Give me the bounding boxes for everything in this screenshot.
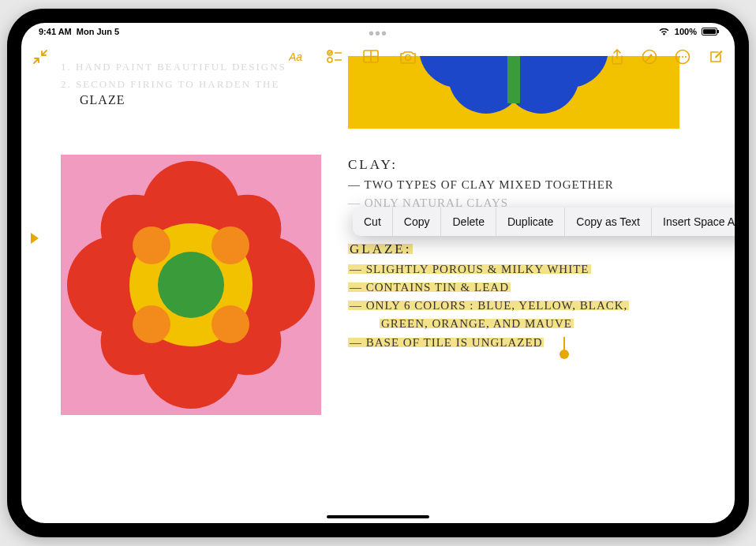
compose-icon[interactable] <box>708 49 724 65</box>
context-menu-insert-space-above[interactable]: Insert Space Above <box>652 208 735 236</box>
battery-percent: 100% <box>675 27 697 36</box>
left-column: 1. HAND PAINT BEAUTIFUL DESIGNS 2. SECON… <box>32 59 324 515</box>
context-menu-cut[interactable]: Cut <box>353 208 392 236</box>
svg-point-8 <box>406 55 411 61</box>
svg-point-26 <box>211 305 249 343</box>
handwriting-line: — CONTAINS TIN & LEAD <box>348 281 511 294</box>
status-date: Mon Jun 5 <box>77 27 119 36</box>
handwriting-line: GREEN, ORANGE, AND MAUVE <box>380 317 574 330</box>
table-icon[interactable] <box>363 50 379 64</box>
handwriting-line: GLAZE <box>80 93 324 107</box>
svg-point-24 <box>211 226 249 264</box>
handwriting-heading: CLAY: <box>348 157 724 173</box>
selection-handle[interactable] <box>560 350 569 359</box>
note-toolbar: Aa <box>21 42 735 72</box>
handwriting-heading: GLAZE: <box>348 241 413 256</box>
context-menu: Cut Copy Delete Duplicate Copy as Text I… <box>353 208 735 236</box>
svg-point-27 <box>158 252 224 318</box>
right-column: CLAY: — TWO TYPES OF CLAY MIXED TOGETHER… <box>348 59 724 515</box>
screen: 9:41 AM Mon Jun 5 100% <box>21 23 735 523</box>
flower-drawing <box>61 155 321 415</box>
svg-point-11 <box>679 56 680 58</box>
ipad-device-frame: 9:41 AM Mon Jun 5 100% <box>7 9 749 537</box>
collapse-arrows-icon[interactable] <box>32 49 48 65</box>
handwriting-line: — ONLY 6 COLORS : BLUE, YELLOW, BLACK, <box>348 299 629 312</box>
selected-handwriting-block[interactable]: GLAZE: — SLIGHTLY POROUS & MILKY WHITE —… <box>348 241 724 352</box>
svg-point-13 <box>685 56 687 58</box>
context-menu-duplicate[interactable]: Duplicate <box>496 208 564 236</box>
svg-point-12 <box>682 56 683 58</box>
faded-handwriting-line: 2. SECOND FIRING TO HARDEN THE <box>61 77 324 92</box>
multitasking-dots-icon[interactable]: ••• <box>369 25 387 41</box>
checklist-icon[interactable] <box>327 50 342 64</box>
format-text-icon[interactable]: Aa <box>289 50 306 64</box>
home-indicator[interactable] <box>327 515 429 518</box>
handwriting-line: — BASE OF TILE IS UNGLAZED <box>348 336 544 349</box>
svg-text:Aa: Aa <box>289 50 302 63</box>
smart-annotation-icon[interactable] <box>642 49 657 65</box>
svg-point-25 <box>133 305 170 343</box>
note-content: 1. HAND PAINT BEAUTIFUL DESIGNS 2. SECON… <box>21 59 735 523</box>
svg-point-3 <box>327 58 332 62</box>
context-menu-delete[interactable]: Delete <box>441 208 495 236</box>
insertion-marker[interactable] <box>31 233 39 244</box>
battery-icon <box>702 28 717 36</box>
status-time: 9:41 AM <box>39 27 72 36</box>
context-menu-copy[interactable]: Copy <box>393 208 441 236</box>
handwriting-line: — SLIGHTLY POROUS & MILKY WHITE <box>348 263 591 275</box>
camera-icon[interactable] <box>399 50 417 64</box>
wifi-icon <box>658 28 670 36</box>
handwriting-line: — TWO TYPES OF CLAY MIXED TOGETHER <box>348 176 724 194</box>
svg-point-23 <box>133 226 170 264</box>
ellipsis-circle-icon[interactable] <box>675 49 691 65</box>
context-menu-copy-as-text[interactable]: Copy as Text <box>565 208 651 236</box>
